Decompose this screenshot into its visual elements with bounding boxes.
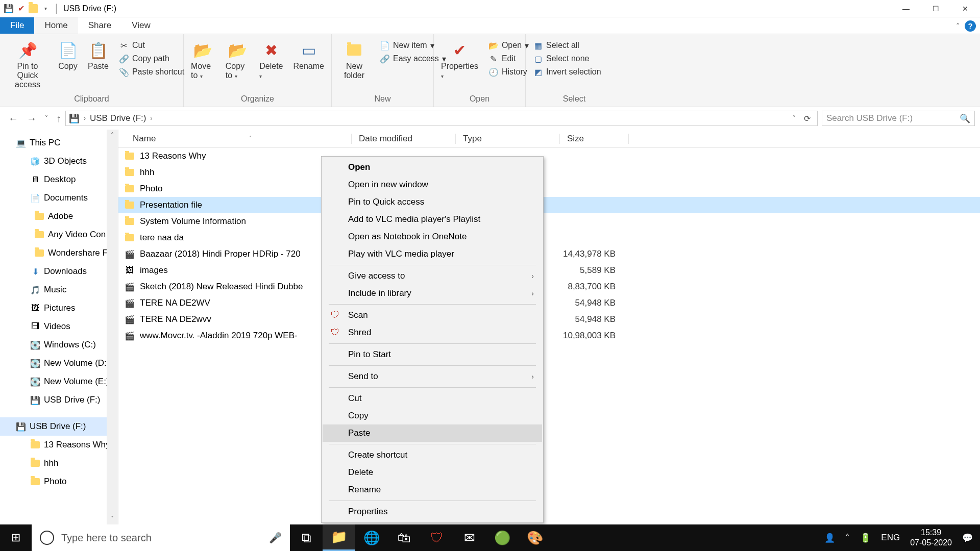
- file-row[interactable]: hhh: [118, 164, 980, 181]
- ctx-cut[interactable]: Cut: [323, 390, 542, 407]
- sidebar-item-any-video[interactable]: Any Video Con: [0, 226, 107, 244]
- address-bar[interactable]: 💾 › USB Drive (F:) › ˅ ⟳: [65, 111, 818, 126]
- new-folder-button[interactable]: New folder: [334, 37, 375, 80]
- ctx-rename[interactable]: Rename: [323, 481, 542, 498]
- help-icon[interactable]: ?: [965, 20, 976, 32]
- file-row[interactable]: Photo: [118, 181, 980, 197]
- taskbar-paint-icon[interactable]: 🎨: [519, 524, 551, 551]
- delete-button[interactable]: ✖ Delete▾: [254, 37, 288, 80]
- sidebar-item-volume-e[interactable]: 💽New Volume (E:): [0, 372, 107, 391]
- properties-button[interactable]: ✔ Properties▾: [436, 37, 483, 80]
- dropdown-icon[interactable]: ▾: [41, 4, 50, 13]
- taskbar-mail-icon[interactable]: ✉: [453, 524, 486, 551]
- pin-quick-access-button[interactable]: 📌 Pin to Quick access: [2, 37, 53, 89]
- sidebar-item-desktop[interactable]: 🖥Desktop: [0, 170, 107, 189]
- chevron-right-icon[interactable]: ›: [151, 115, 153, 122]
- sidebar-scrollbar[interactable]: ˄ ˅: [107, 130, 118, 524]
- copy-to-button[interactable]: 📂 Copy to ▾: [220, 37, 254, 80]
- sidebar-item-music[interactable]: 🎵Music: [0, 281, 107, 299]
- move-to-button[interactable]: 📂 Move to ▾: [186, 37, 220, 80]
- tray-chevron-icon[interactable]: ˄: [845, 533, 850, 543]
- ctx-pin-start[interactable]: Pin to Start: [323, 346, 542, 363]
- ctx-include-library[interactable]: Include in library›: [323, 285, 542, 302]
- taskbar-edge-icon[interactable]: 🌐: [355, 524, 388, 551]
- maximize-button[interactable]: ☐: [921, 0, 950, 17]
- mic-icon[interactable]: 🎤: [269, 532, 282, 544]
- ctx-vlc-play[interactable]: Play with VLC media player: [323, 245, 542, 263]
- cut-button[interactable]: ✂Cut: [119, 40, 184, 51]
- open-button[interactable]: 📂Open ▾: [488, 40, 529, 51]
- sidebar-item-videos[interactable]: 🎞Videos: [0, 317, 107, 336]
- ctx-onenote[interactable]: Open as Notebook in OneNote: [323, 228, 542, 245]
- file-row[interactable]: Presentation file: [118, 197, 980, 213]
- file-row[interactable]: 🖼images5,589 KB: [118, 262, 980, 279]
- minimize-button[interactable]: —: [891, 0, 921, 17]
- refresh-button[interactable]: ⟳: [800, 114, 814, 123]
- invert-selection-button[interactable]: ◩Invert selection: [533, 67, 601, 77]
- ctx-delete[interactable]: Delete: [323, 464, 542, 481]
- select-all-button[interactable]: ▦Select all: [533, 40, 601, 51]
- ctx-create-shortcut[interactable]: Create shortcut: [323, 446, 542, 464]
- start-button[interactable]: ⊞: [0, 524, 32, 551]
- back-button[interactable]: ←: [8, 113, 18, 124]
- sidebar-item-this-pc[interactable]: 💻This PC: [0, 134, 107, 152]
- sidebar-item-usb-f-root[interactable]: 💾USB Drive (F:): [0, 417, 107, 436]
- tray-battery-icon[interactable]: 🔋: [860, 533, 871, 543]
- forward-button[interactable]: →: [27, 113, 37, 124]
- sidebar-item-3d-objects[interactable]: 🧊3D Objects: [0, 152, 107, 170]
- address-dropdown-icon[interactable]: ˅: [793, 115, 796, 122]
- sidebar-item-documents[interactable]: 📄Documents: [0, 189, 107, 207]
- file-row[interactable]: 🎬Baazaar (2018) Hindi Proper HDRip - 720…: [118, 246, 980, 262]
- ctx-open-new-window[interactable]: Open in new window: [323, 176, 542, 193]
- tab-view[interactable]: View: [121, 17, 161, 34]
- search-icon[interactable]: 🔍: [960, 113, 970, 124]
- rename-button[interactable]: ▭ Rename: [288, 37, 329, 71]
- column-type[interactable]: Type: [455, 134, 559, 144]
- ctx-send-to[interactable]: Send to›: [323, 368, 542, 385]
- file-row[interactable]: 🎬Sketch (2018) New Released Hindi Dubbe8…: [118, 279, 980, 295]
- select-none-button[interactable]: ▢Select none: [533, 54, 601, 64]
- recent-dropdown[interactable]: ˅: [45, 115, 48, 122]
- column-name[interactable]: Name ˄: [126, 134, 351, 144]
- tray-language[interactable]: ENG: [881, 533, 900, 543]
- file-row[interactable]: tere naa da: [118, 230, 980, 246]
- taskbar-search[interactable]: Type here to search 🎤: [32, 524, 290, 551]
- file-row[interactable]: System Volume Information: [118, 213, 980, 230]
- close-button[interactable]: ✕: [950, 0, 980, 17]
- sidebar-item-adobe[interactable]: Adobe: [0, 207, 107, 226]
- sidebar-item-windows-c[interactable]: 💽Windows (C:): [0, 336, 107, 354]
- column-size[interactable]: Size: [559, 134, 629, 144]
- taskbar-store-icon[interactable]: 🛍: [388, 524, 421, 551]
- sidebar-item-sub2[interactable]: hhh: [0, 454, 107, 472]
- copy-button[interactable]: 📄 Copy: [53, 37, 83, 71]
- up-button[interactable]: ↑: [56, 113, 61, 124]
- ctx-copy[interactable]: Copy: [323, 407, 542, 424]
- file-row[interactable]: 🎬TERE NA DE2wvv54,948 KB: [118, 311, 980, 328]
- paste-button[interactable]: 📋 Paste: [83, 37, 114, 71]
- ctx-properties[interactable]: Properties: [323, 503, 542, 520]
- tray-clock[interactable]: 15:39 07-05-2020: [910, 528, 952, 548]
- scroll-down-icon[interactable]: ˅: [111, 515, 114, 522]
- collapse-ribbon-icon[interactable]: ˄: [956, 22, 960, 30]
- sidebar-item-usb-f[interactable]: 💾USB Drive (F:): [0, 391, 107, 409]
- sidebar-item-sub1[interactable]: 13 Reasons Why: [0, 436, 107, 454]
- copy-path-button[interactable]: 🔗Copy path: [119, 54, 184, 64]
- tab-home[interactable]: Home: [34, 17, 78, 34]
- ctx-paste[interactable]: Paste: [323, 424, 542, 442]
- file-row[interactable]: 🎬TERE NA DE2WV54,948 KB: [118, 295, 980, 311]
- tray-people-icon[interactable]: 👤: [824, 533, 835, 543]
- ctx-pin-quick-access[interactable]: Pin to Quick access: [323, 193, 542, 211]
- edit-button[interactable]: ✎Edit: [488, 54, 529, 64]
- search-input[interactable]: Search USB Drive (F:) 🔍: [822, 111, 975, 126]
- breadcrumb-part[interactable]: USB Drive (F:): [90, 113, 146, 123]
- paste-shortcut-button[interactable]: 📎Paste shortcut: [119, 67, 184, 77]
- tab-share[interactable]: Share: [78, 17, 121, 34]
- column-date[interactable]: Date modified: [351, 134, 455, 144]
- ctx-shred[interactable]: 🛡Shred: [323, 324, 542, 341]
- taskbar-explorer-icon[interactable]: 📁: [323, 524, 355, 551]
- chevron-right-icon[interactable]: ›: [84, 115, 86, 122]
- sidebar-item-wondershare[interactable]: Wondershare F: [0, 244, 107, 262]
- sidebar-item-pictures[interactable]: 🖼Pictures: [0, 299, 107, 317]
- task-view-button[interactable]: ⧉: [290, 524, 323, 551]
- ctx-give-access[interactable]: Give access to›: [323, 267, 542, 285]
